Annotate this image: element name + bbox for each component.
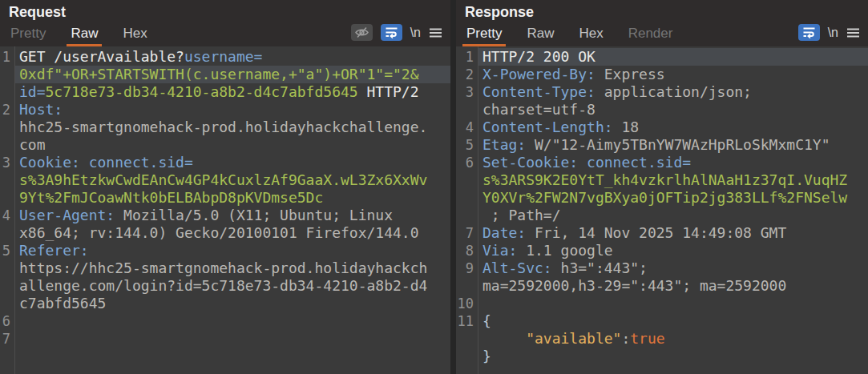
code-row: 7Date: Fri, 14 Nov 2025 14:49:08 GMT bbox=[456, 224, 868, 242]
line-number: 4 bbox=[0, 207, 14, 224]
line-number: 5 bbox=[0, 242, 14, 259]
code-line: Cookie: connect.sid= bbox=[14, 154, 450, 171]
code-line: } bbox=[478, 348, 868, 365]
code-line: c7abfd5645 bbox=[14, 295, 450, 312]
line-number: 10 bbox=[456, 295, 478, 312]
code-row: 5Etag: W/"12-Aimy5TBnYW7WAzHpRLoSkMxmC1Y… bbox=[456, 136, 868, 154]
editor-menu-button[interactable] bbox=[846, 27, 860, 38]
line-number: 5 bbox=[456, 136, 478, 154]
code-line: { bbox=[478, 312, 868, 330]
word-wrap-icon bbox=[385, 26, 398, 38]
code-row: 7 bbox=[0, 330, 450, 348]
code-row: 3Cookie: connect.sid= bbox=[0, 154, 450, 171]
code-line: 9Yt%2FmJCoawNtk0bELBAbpD8pKVDmse5Dc bbox=[14, 189, 450, 207]
line-number bbox=[456, 330, 478, 348]
code-line: s%3ARS9K2E0YtT_kh4vzkrlhAlNAaH1z37qI.Vuq… bbox=[478, 171, 868, 189]
tab-raw[interactable]: Raw bbox=[67, 22, 102, 46]
line-number bbox=[456, 101, 478, 119]
code-row: "available":true bbox=[456, 330, 868, 348]
code-line: Set-Cookie: connect.sid= bbox=[478, 154, 868, 171]
line-number: 6 bbox=[456, 154, 478, 171]
request-panel-header: Request PrettyRawHex bbox=[0, 0, 450, 46]
code-row: charset=utf-8 bbox=[456, 101, 868, 119]
line-number bbox=[456, 171, 478, 189]
word-wrap-toggle[interactable] bbox=[381, 24, 402, 41]
line-number bbox=[0, 136, 14, 154]
request-panel-title: Request bbox=[0, 0, 450, 22]
code-row: id=5c718e73-db34-4210-a8b2-d4c7abfd5645 … bbox=[0, 83, 450, 101]
line-number bbox=[456, 277, 478, 295]
request-toolbar: \n bbox=[351, 22, 442, 46]
tab-raw[interactable]: Raw bbox=[523, 22, 558, 46]
line-number bbox=[0, 295, 14, 312]
line-number bbox=[0, 224, 14, 242]
code-row: 1HTTP/2 200 OK bbox=[456, 48, 868, 66]
code-row: 10 bbox=[456, 295, 868, 312]
newline-toggle[interactable]: \n bbox=[828, 26, 838, 40]
code-row: 8Via: 1.1 google bbox=[456, 242, 868, 259]
line-number: 2 bbox=[456, 66, 478, 83]
request-editor[interactable]: 1GET /userAvailable?username=0xdf"+OR+ST… bbox=[0, 46, 450, 374]
tab-hex[interactable]: Hex bbox=[575, 22, 607, 46]
request-panel: Request PrettyRawHex bbox=[0, 0, 450, 374]
code-line: charset=utf-8 bbox=[478, 101, 868, 119]
response-editor[interactable]: 1HTTP/2 200 OK2X-Powered-By: Express3Con… bbox=[456, 46, 868, 374]
hamburger-menu-icon bbox=[429, 27, 442, 38]
code-row: 5Referer: bbox=[0, 242, 450, 259]
line-number bbox=[0, 189, 14, 207]
line-number: 1 bbox=[456, 48, 478, 66]
line-number: 7 bbox=[0, 330, 14, 348]
tab-pretty[interactable]: Pretty bbox=[462, 22, 506, 46]
line-number: 9 bbox=[456, 259, 478, 277]
code-line: HTTP/2 200 OK bbox=[478, 48, 868, 66]
response-tabs: PrettyRawHexRender bbox=[462, 22, 693, 46]
code-line: Etag: W/"12-Aimy5TBnYW7WAzHpRLoSkMxmC1Y" bbox=[478, 136, 868, 154]
code-line: X-Powered-By: Express bbox=[478, 66, 868, 83]
code-line bbox=[14, 330, 450, 348]
toggle-visibility-button[interactable] bbox=[351, 24, 373, 41]
code-row: 1GET /userAvailable?username= bbox=[0, 48, 450, 66]
line-number bbox=[0, 171, 14, 189]
editor-menu-button[interactable] bbox=[429, 27, 442, 38]
code-row: 6 bbox=[0, 312, 450, 330]
line-number: 3 bbox=[0, 154, 14, 171]
line-number bbox=[456, 207, 478, 224]
code-line: com bbox=[14, 136, 450, 154]
code-row: 9Yt%2FmJCoawNtk0bELBAbpD8pKVDmse5Dc bbox=[0, 189, 450, 207]
line-number bbox=[0, 259, 14, 277]
code-line: 0xdf"+OR+STARTSWITH(c.username,+"a")+OR"… bbox=[14, 66, 450, 83]
line-number bbox=[0, 83, 14, 101]
response-tabbar: PrettyRawHexRender \n bbox=[456, 22, 868, 46]
response-panel: Response PrettyRawHexRender \n bbox=[456, 0, 868, 374]
code-line: hhc25-smartgnomehack-prod.holidayhackcha… bbox=[14, 119, 450, 136]
code-line: allenge.com/login?id=5c718e73-db34-4210-… bbox=[14, 277, 450, 295]
line-number: 4 bbox=[456, 119, 478, 136]
tab-hex[interactable]: Hex bbox=[119, 22, 151, 46]
code-line: Referer: bbox=[14, 242, 450, 259]
line-number: 8 bbox=[456, 242, 478, 259]
line-number bbox=[0, 66, 14, 83]
code-line: Host: bbox=[14, 101, 450, 119]
code-line: "available":true bbox=[478, 330, 868, 348]
word-wrap-toggle[interactable] bbox=[798, 24, 820, 41]
line-number bbox=[0, 119, 14, 136]
line-number: 6 bbox=[0, 312, 14, 330]
line-number bbox=[0, 277, 14, 295]
code-row: Y0XVr%2FW2N7vgBXya0jOFTip2jg383LLf%2FNSe… bbox=[456, 189, 868, 207]
newline-toggle[interactable]: \n bbox=[410, 26, 421, 40]
response-toolbar: \n bbox=[798, 22, 860, 46]
tab-pretty: Pretty bbox=[6, 22, 50, 46]
line-number: 1 bbox=[0, 48, 14, 66]
line-number: 11 bbox=[456, 312, 478, 330]
code-row: s%3ARS9K2E0YtT_kh4vzkrlhAlNAaH1z37qI.Vuq… bbox=[456, 171, 868, 189]
code-line: GET /userAvailable?username= bbox=[14, 48, 450, 66]
code-line bbox=[478, 295, 868, 312]
code-line: Via: 1.1 google bbox=[478, 242, 868, 259]
code-line: User-Agent: Mozilla/5.0 (X11; Ubuntu; Li… bbox=[14, 207, 450, 224]
code-row: 2X-Powered-By: Express bbox=[456, 66, 868, 83]
line-number: 2 bbox=[0, 101, 14, 119]
code-row: x86_64; rv:144.0) Gecko/20100101 Firefox… bbox=[0, 224, 450, 242]
code-line: s%3A9hEtzkwCwdEAnCw4GP4kCuxlzAf9GaaX.wL3… bbox=[14, 171, 450, 189]
line-number bbox=[456, 348, 478, 365]
code-line: Y0XVr%2FW2N7vgBXya0jOFTip2jg383LLf%2FNSe… bbox=[478, 189, 868, 207]
